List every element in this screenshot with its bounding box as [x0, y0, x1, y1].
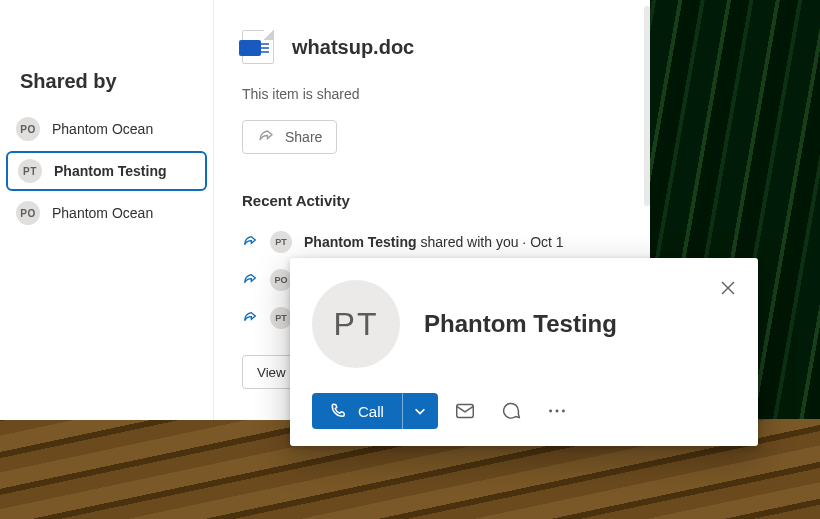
avatar-icon: PT	[270, 307, 292, 329]
chat-button[interactable]	[492, 392, 530, 430]
contact-actions: Call	[312, 392, 736, 430]
avatar-icon: PO	[270, 269, 292, 291]
close-button[interactable]	[712, 272, 744, 304]
avatar-icon: PO	[16, 117, 40, 141]
call-button-label: Call	[358, 403, 384, 420]
recent-activity-title: Recent Activity	[242, 192, 622, 209]
view-button-label: View	[257, 365, 286, 380]
mail-icon	[454, 400, 476, 422]
share-arrow-icon	[242, 234, 258, 250]
email-button[interactable]	[446, 392, 484, 430]
call-dropdown-button[interactable]	[402, 393, 438, 429]
chat-icon	[500, 400, 522, 422]
svg-point-1	[549, 410, 552, 413]
scrollbar-thumb[interactable]	[644, 6, 650, 206]
file-header: whatsup.doc	[242, 30, 622, 64]
contact-header: PT Phantom Testing	[312, 280, 736, 368]
phone-icon	[330, 402, 348, 420]
contact-avatar: PT	[312, 280, 400, 368]
shared-status-text: This item is shared	[242, 86, 622, 102]
avatar-icon: PO	[16, 201, 40, 225]
contact-name: Phantom Testing	[424, 310, 617, 338]
chevron-down-icon	[413, 404, 427, 418]
contact-card-popup: PT Phantom Testing Call	[290, 258, 758, 446]
svg-point-3	[562, 410, 565, 413]
share-arrow-icon	[242, 310, 258, 326]
share-button-label: Share	[285, 129, 322, 145]
avatar-icon: PT	[270, 231, 292, 253]
more-horizontal-icon	[546, 400, 568, 422]
sidebar-item-phantom-ocean-1[interactable]: PO Phantom Ocean	[0, 109, 213, 149]
activity-text: Phantom Testing shared with you · Oct 1	[304, 234, 564, 250]
sidebar-item-label: Phantom Ocean	[52, 121, 153, 137]
call-button[interactable]: Call	[312, 393, 402, 429]
share-arrow-icon	[257, 128, 275, 146]
avatar-icon: PT	[18, 159, 42, 183]
sidebar-item-label: Phantom Ocean	[52, 205, 153, 221]
sidebar-item-phantom-testing[interactable]: PT Phantom Testing	[6, 151, 207, 191]
close-icon	[720, 280, 736, 296]
call-split-button: Call	[312, 393, 438, 429]
word-doc-icon	[242, 30, 274, 64]
share-arrow-icon	[242, 272, 258, 288]
file-name: whatsup.doc	[292, 36, 414, 59]
activity-row[interactable]: PT Phantom Testing shared with you · Oct…	[242, 223, 622, 261]
sidebar-title: Shared by	[0, 70, 213, 109]
share-button[interactable]: Share	[242, 120, 337, 154]
sidebar-item-phantom-ocean-2[interactable]: PO Phantom Ocean	[0, 193, 213, 233]
sidebar-item-label: Phantom Testing	[54, 163, 167, 179]
more-button[interactable]	[538, 392, 576, 430]
svg-point-2	[555, 410, 558, 413]
svg-rect-0	[457, 405, 474, 418]
shared-by-sidebar: Shared by PO Phantom Ocean PT Phantom Te…	[0, 0, 213, 420]
